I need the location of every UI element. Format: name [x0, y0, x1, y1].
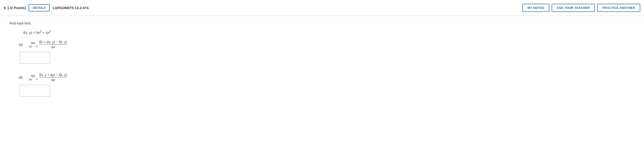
part-b-lim-word: lim — [31, 74, 35, 78]
points-label: [-/2 Points] — [8, 6, 26, 10]
part-b-limit-expr: lim Δy → 0 f(x, y + Δy) − f(x, y) Δy — [29, 73, 67, 82]
details-button[interactable]: DETAILS — [28, 4, 50, 11]
question-num-text: 9. — [4, 6, 7, 10]
content-area: Find each limit. f(x, y) = 9x2 + 4y2 (a)… — [0, 16, 644, 166]
part-a-lim-word: lim — [31, 41, 35, 45]
part-a-denominator: Δx — [51, 45, 55, 49]
part-b-row: (b) lim Δy → 0 f(x, y + Δy) − f(x, y) Δy — [19, 73, 635, 82]
part-b-lim-subscript: Δy → 0 — [29, 78, 38, 81]
part-a-lim-subscript: Δx → 0 — [29, 45, 38, 48]
part-b-denominator: Δy — [51, 78, 55, 82]
part-b-numerator: f(x, y + Δy) − f(x, y) — [39, 73, 67, 78]
part-a-lim-text: lim Δx → 0 — [29, 41, 38, 48]
header-bar: 9. [-/2 Points] DETAILS LARSONET5 13.2.0… — [0, 0, 644, 16]
part-b-answer-box[interactable] — [20, 85, 50, 96]
practice-another-button[interactable]: PRACTICE ANOTHER — [597, 4, 640, 12]
part-a-numerator: f(x + Δx, y) − f(x, y) — [39, 40, 67, 45]
part-b-lim-text: lim Δy → 0 — [29, 74, 38, 81]
part-b-block: (b) lim Δy → 0 f(x, y + Δy) − f(x, y) Δy — [19, 73, 635, 96]
part-b-label: (b) — [19, 76, 24, 79]
page-wrapper: 9. [-/2 Points] DETAILS LARSONET5 13.2.0… — [0, 0, 644, 166]
part-a-row: (a) lim Δx → 0 f(x + Δx, y) − f(x, y) Δx — [19, 40, 635, 49]
ask-teacher-button[interactable]: ASK YOUR TEACHER — [552, 4, 595, 12]
part-b-fraction: f(x, y + Δy) − f(x, y) Δy — [39, 73, 67, 82]
part-a-block: (a) lim Δx → 0 f(x + Δx, y) − f(x, y) Δx — [19, 40, 635, 64]
instruction-text: Find each limit. — [9, 21, 635, 25]
question-number: 9. [-/2 Points] — [4, 6, 26, 10]
header-buttons: MY NOTES ASK YOUR TEACHER PRACTICE ANOTH… — [522, 4, 640, 12]
part-a-limit-expr: lim Δx → 0 f(x + Δx, y) − f(x, y) Δx — [29, 40, 67, 49]
part-a-fraction: f(x + Δx, y) − f(x, y) Δx — [39, 40, 67, 49]
problem-code: LARSONET5 13.2.074. — [52, 6, 520, 10]
part-a-label: (a) — [19, 43, 24, 46]
my-notes-button[interactable]: MY NOTES — [522, 4, 549, 12]
part-a-answer-box[interactable] — [20, 52, 50, 64]
function-definition: f(x, y) = 9x2 + 4y2 — [24, 30, 635, 34]
